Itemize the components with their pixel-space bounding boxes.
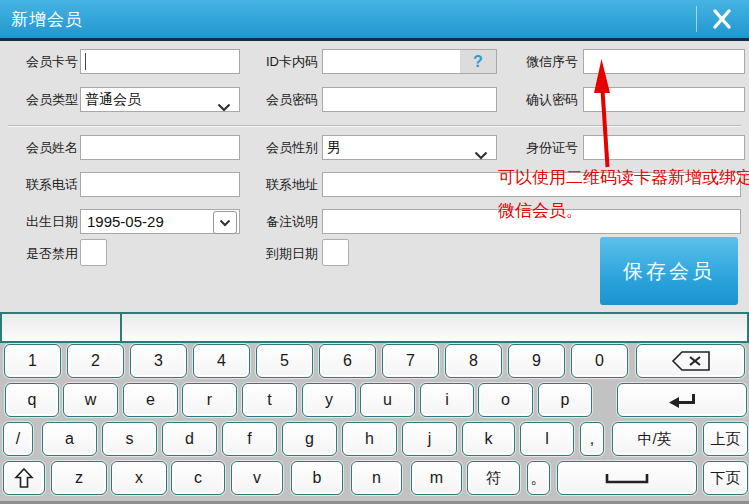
key-enter[interactable]: [617, 383, 747, 417]
key-9[interactable]: 9: [508, 344, 565, 378]
question-mark-icon: ?: [473, 53, 483, 71]
key-3[interactable]: 3: [130, 344, 187, 378]
ime-composition-area: [2, 314, 122, 341]
key-z[interactable]: z: [51, 461, 107, 495]
key-backspace[interactable]: [636, 344, 745, 378]
save-member-button[interactable]: 保存会员: [600, 237, 738, 305]
key-d[interactable]: d: [162, 422, 217, 456]
member-name-input[interactable]: [80, 135, 240, 160]
close-icon: [711, 8, 733, 30]
key-。[interactable]: 。: [527, 461, 550, 495]
key-1[interactable]: 1: [4, 344, 61, 378]
expiry-date-label: 到期日期: [248, 240, 318, 267]
form-separator: [8, 125, 741, 127]
keyboard-row: zxcvbnm符。下页: [0, 461, 749, 495]
disabled-label: 是否禁用: [8, 240, 78, 267]
key-f[interactable]: f: [222, 422, 277, 456]
text-caret: [85, 53, 86, 70]
disabled-checkbox[interactable]: [80, 239, 107, 266]
key-中/英[interactable]: 中/英: [612, 422, 697, 456]
chevron-down-icon: [217, 96, 231, 119]
dialog-title: 新增会员: [11, 8, 83, 31]
birth-date-dropdown-button[interactable]: [213, 211, 237, 234]
key-x[interactable]: x: [111, 461, 167, 495]
chevron-down-icon: [474, 144, 488, 167]
id-card-code-field: ?: [322, 49, 497, 74]
key-0[interactable]: 0: [571, 344, 628, 378]
expiry-date-checkbox[interactable]: [322, 239, 349, 266]
key-j[interactable]: j: [402, 422, 457, 456]
password-label: 会员密码: [248, 87, 318, 112]
keyboard-row: /asdfghjkl,中/英上页: [0, 422, 749, 456]
key-下页[interactable]: 下页: [703, 461, 748, 495]
key-g[interactable]: g: [282, 422, 337, 456]
shift-icon: [14, 467, 34, 489]
gender-label: 会员性别: [248, 135, 318, 160]
key-space[interactable]: [557, 461, 697, 495]
member-type-label: 会员类型: [8, 87, 78, 112]
key-w[interactable]: w: [63, 383, 118, 417]
wechat-serial-input[interactable]: [583, 49, 745, 74]
key-上页[interactable]: 上页: [703, 422, 748, 456]
on-screen-keyboard: 1234567890 qwertyuiop /asdfghjkl,中/英上页 z…: [0, 343, 749, 504]
key-u[interactable]: u: [360, 383, 415, 417]
member-type-value: 普通会员: [85, 91, 141, 107]
key-2[interactable]: 2: [67, 344, 124, 378]
key-p[interactable]: p: [538, 383, 592, 417]
password-input[interactable]: [322, 87, 497, 112]
title-bar: 新增会员: [0, 0, 749, 41]
close-button[interactable]: [701, 3, 743, 35]
phone-input[interactable]: [80, 172, 240, 197]
key-q[interactable]: q: [5, 383, 59, 417]
enter-icon: [667, 391, 697, 409]
key-符[interactable]: 符: [467, 461, 520, 495]
key-e[interactable]: e: [123, 383, 178, 417]
id-card-code-label: ID卡内码: [248, 49, 318, 74]
key-r[interactable]: r: [182, 383, 237, 417]
chevron-down-icon: [219, 219, 231, 227]
id-card-help-button[interactable]: ?: [460, 50, 496, 73]
wechat-annotation-text: 可以使用二维码读卡器新增或绑定微信会员。: [498, 161, 749, 227]
key-s[interactable]: s: [102, 422, 157, 456]
key-/[interactable]: /: [3, 422, 33, 456]
key-o[interactable]: o: [478, 383, 533, 417]
birth-date-value: 1995-05-29: [87, 213, 164, 230]
add-member-dialog: 新增会员 会员卡号 ID卡内码 ? 微信序号 会员类型 普通会员 会员密码 确认…: [0, 0, 749, 504]
gender-value: 男: [327, 139, 341, 155]
key-v[interactable]: v: [231, 461, 283, 495]
key-n[interactable]: n: [351, 461, 402, 495]
keyboard-row: qwertyuiop: [0, 383, 749, 417]
member-type-select[interactable]: 普通会员: [80, 87, 240, 112]
key-c[interactable]: c: [171, 461, 225, 495]
key-y[interactable]: y: [302, 383, 356, 417]
key-8[interactable]: 8: [445, 344, 502, 378]
key-h[interactable]: h: [342, 422, 397, 456]
key-5[interactable]: 5: [256, 344, 313, 378]
backspace-icon: [671, 350, 711, 372]
member-card-no-label: 会员卡号: [8, 49, 78, 74]
key-shift[interactable]: [3, 461, 45, 495]
birth-date-label: 出生日期: [8, 209, 78, 234]
member-card-no-input[interactable]: [80, 49, 240, 74]
key-b[interactable]: b: [291, 461, 343, 495]
confirm-password-input[interactable]: [583, 87, 745, 112]
id-card-code-input[interactable]: [323, 50, 460, 73]
key-7[interactable]: 7: [382, 344, 439, 378]
key-i[interactable]: i: [420, 383, 474, 417]
key-k[interactable]: k: [462, 422, 515, 456]
key-6[interactable]: 6: [319, 344, 376, 378]
gender-select[interactable]: 男: [322, 135, 497, 160]
space-icon: [605, 472, 649, 484]
id-number-label: 身份证号: [508, 135, 578, 160]
key-a[interactable]: a: [42, 422, 97, 456]
key-t[interactable]: t: [242, 383, 297, 417]
key-,[interactable]: ,: [580, 422, 604, 456]
address-label: 联系地址: [248, 172, 318, 197]
confirm-password-label: 确认密码: [508, 87, 578, 112]
key-4[interactable]: 4: [193, 344, 250, 378]
member-name-label: 会员姓名: [8, 135, 78, 160]
birth-date-picker[interactable]: 1995-05-29: [80, 209, 240, 234]
key-l[interactable]: l: [520, 422, 574, 456]
key-m[interactable]: m: [411, 461, 462, 495]
id-number-input[interactable]: [583, 135, 745, 160]
